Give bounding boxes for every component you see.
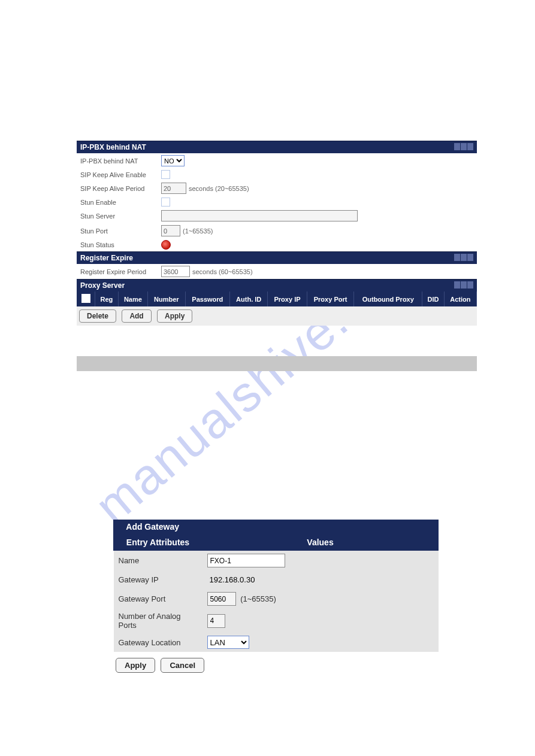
gateway-port-input[interactable] (207, 592, 236, 606)
analog-ports-input[interactable] (207, 614, 225, 628)
decor-square (454, 143, 460, 150)
section-title: Proxy Server (80, 281, 125, 290)
decor-square (461, 281, 467, 289)
section-ip-pbx-nat: IP-PBX behind NAT (77, 141, 477, 153)
gateway-button-row: Apply Cancel (113, 652, 439, 679)
decor-square (467, 254, 473, 261)
section-proxy-server: Proxy Server (77, 279, 477, 292)
register-expire-period-input[interactable] (161, 266, 190, 277)
col-name: Name (118, 292, 147, 306)
col-number: Number (148, 292, 186, 306)
section-title: IP-PBX behind NAT (80, 143, 146, 151)
sip-keepalive-enable-checkbox[interactable] (161, 170, 170, 179)
gateway-location-label: Gateway Location (114, 633, 202, 652)
cancel-button[interactable]: Cancel (161, 658, 204, 673)
separator-bar (77, 356, 477, 371)
add-gateway-panel: Add Gateway Entry Attributes Values Name… (113, 520, 439, 679)
proxy-button-row: Delete Add Apply (77, 306, 477, 326)
gateway-name-input[interactable] (207, 554, 285, 567)
gateway-ip-value (207, 573, 434, 586)
analog-ports-label: Number of Analog Ports (114, 609, 202, 633)
gateway-port-hint: (1~65535) (240, 594, 276, 603)
decor-square (467, 281, 473, 289)
decor-square (454, 254, 460, 261)
col-password: Password (185, 292, 230, 306)
apply-button[interactable]: Apply (116, 658, 155, 673)
ip-pbx-behind-nat-select[interactable]: NO (161, 155, 185, 166)
ip-pbx-panel: IP-PBX behind NAT IP-PBX behind NAT NO S… (77, 141, 477, 326)
register-expire-period-label: Register Expire Period (80, 268, 161, 275)
sip-keepalive-period-hint: seconds (20~65535) (189, 185, 249, 192)
gateway-form-table: Entry Attributes Values Name Gateway IP … (113, 534, 439, 652)
section-register-expire: Register Expire (77, 251, 477, 264)
apply-button[interactable]: Apply (157, 309, 192, 323)
section-title: Register Expire (80, 254, 133, 262)
ip-pbx-behind-nat-label: IP-PBX behind NAT (80, 157, 161, 165)
col-proxy-ip: Proxy IP (268, 292, 307, 306)
gateway-ip-label: Gateway IP (114, 570, 202, 589)
decor-square (467, 143, 473, 150)
gateway-location-select[interactable]: LAN (207, 636, 249, 649)
col-reg: Reg (95, 292, 119, 306)
stun-port-hint: (1~65535) (183, 227, 213, 235)
col-action: Action (444, 292, 476, 306)
decor-square (461, 254, 467, 261)
col-did: DID (422, 292, 445, 306)
add-button[interactable]: Add (122, 309, 151, 323)
add-gateway-title: Add Gateway (113, 520, 439, 534)
col-proxy-port: Proxy Port (307, 292, 354, 306)
stun-port-input[interactable] (161, 225, 180, 236)
decor-square (454, 281, 460, 289)
stun-status-indicator-icon (161, 240, 171, 250)
stun-status-label: Stun Status (80, 241, 161, 248)
delete-button[interactable]: Delete (79, 309, 116, 323)
col-entry-attributes: Entry Attributes (114, 535, 202, 551)
stun-server-label: Stun Server (80, 212, 161, 220)
stun-port-label: Stun Port (80, 227, 161, 235)
col-values: Values (202, 535, 439, 551)
stun-server-input[interactable] (161, 210, 358, 221)
sip-keepalive-period-input[interactable] (161, 183, 186, 194)
sip-keepalive-period-label: SIP Keep Alive Period (80, 185, 161, 192)
col-auth-id: Auth. ID (230, 292, 268, 306)
stun-enable-checkbox[interactable] (161, 198, 170, 207)
gateway-port-label: Gateway Port (114, 589, 202, 609)
select-all-checkbox[interactable] (81, 294, 90, 303)
decor-square (461, 143, 467, 150)
col-outbound-proxy: Outbound Proxy (354, 292, 422, 306)
register-expire-period-hint: seconds (60~65535) (192, 268, 253, 275)
proxy-table-header: Reg Name Number Password Auth. ID Proxy … (77, 292, 477, 306)
gateway-name-label: Name (114, 551, 202, 571)
stun-enable-label: Stun Enable (80, 199, 161, 206)
sip-keepalive-enable-label: SIP Keep Alive Enable (80, 171, 161, 178)
proxy-server-table: Reg Name Number Password Auth. ID Proxy … (77, 292, 477, 306)
